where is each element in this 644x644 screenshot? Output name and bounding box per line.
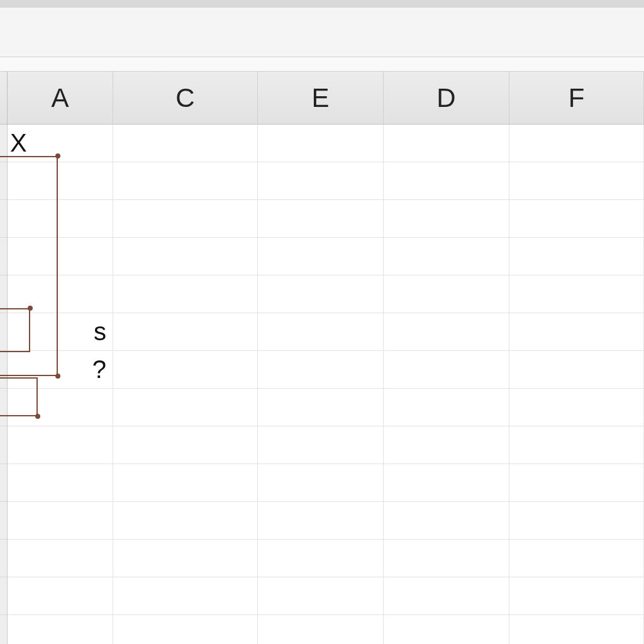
- cell-D7[interactable]: [384, 351, 509, 389]
- row-header[interactable]: [0, 577, 8, 615]
- cell-E6[interactable]: [258, 313, 384, 351]
- row-header[interactable]: [0, 125, 8, 162]
- cell-A2[interactable]: [8, 162, 113, 200]
- cell-A1-value: X: [10, 129, 27, 157]
- cell-C10[interactable]: [113, 464, 258, 502]
- column-header-F[interactable]: F: [509, 72, 644, 124]
- row-header[interactable]: [0, 275, 8, 313]
- row-header[interactable]: [0, 615, 8, 644]
- cell-D11[interactable]: [384, 502, 509, 540]
- cell-F2[interactable]: [509, 162, 644, 200]
- cell-A7[interactable]: ?: [8, 351, 113, 389]
- cell-F7[interactable]: [509, 351, 644, 389]
- cell-C2[interactable]: [113, 162, 258, 200]
- cell-D5[interactable]: [384, 275, 509, 313]
- cell-C3[interactable]: [113, 200, 258, 238]
- cell-D13[interactable]: [384, 577, 509, 615]
- cell-E14[interactable]: [258, 615, 384, 644]
- cell-C11[interactable]: [113, 502, 258, 540]
- spreadsheet-grid[interactable]: X s: [0, 125, 644, 644]
- cell-F11[interactable]: [509, 502, 644, 540]
- column-headers: A C E D F: [0, 72, 644, 125]
- cell-C6[interactable]: [113, 313, 258, 351]
- cell-E13[interactable]: [258, 577, 384, 615]
- cell-A9[interactable]: [8, 426, 113, 464]
- cell-E10[interactable]: [258, 464, 384, 502]
- row-header[interactable]: [0, 200, 8, 238]
- cell-E8[interactable]: [258, 389, 384, 426]
- cell-D2[interactable]: [384, 162, 509, 200]
- cell-E12[interactable]: [258, 540, 384, 577]
- cell-D1[interactable]: [384, 125, 509, 162]
- cell-F8[interactable]: [509, 389, 644, 426]
- cell-F13[interactable]: [509, 577, 644, 615]
- cell-C4[interactable]: [113, 238, 258, 275]
- cell-F12[interactable]: [509, 540, 644, 577]
- row-header[interactable]: [0, 502, 8, 540]
- cell-D4[interactable]: [384, 238, 509, 275]
- cell-F9[interactable]: [509, 426, 644, 464]
- column-header-E[interactable]: E: [258, 72, 384, 124]
- cell-E9[interactable]: [258, 426, 384, 464]
- cell-C13[interactable]: [113, 577, 258, 615]
- cell-A10[interactable]: [8, 464, 113, 502]
- cell-A4[interactable]: [8, 238, 113, 275]
- cell-A11[interactable]: [8, 502, 113, 540]
- window-chrome-top: [0, 0, 644, 8]
- cell-C1[interactable]: [113, 125, 258, 162]
- cell-A6[interactable]: s: [8, 313, 113, 351]
- row-header[interactable]: [0, 464, 8, 502]
- cell-E7[interactable]: [258, 351, 384, 389]
- cell-C5[interactable]: [113, 275, 258, 313]
- cell-A5[interactable]: [8, 275, 113, 313]
- cell-A1[interactable]: X: [8, 125, 113, 162]
- select-all-corner[interactable]: [0, 72, 8, 124]
- cell-A8[interactable]: [8, 389, 113, 426]
- cell-C12[interactable]: [113, 540, 258, 577]
- cell-E11[interactable]: [258, 502, 384, 540]
- cell-E5[interactable]: [258, 275, 384, 313]
- cell-F6[interactable]: [509, 313, 644, 351]
- row-header[interactable]: [0, 426, 8, 464]
- cell-E1[interactable]: [258, 125, 384, 162]
- cell-F10[interactable]: [509, 464, 644, 502]
- cell-D12[interactable]: [384, 540, 509, 577]
- cell-C14[interactable]: [113, 615, 258, 644]
- cell-E4[interactable]: [258, 238, 384, 275]
- divider-bar: [0, 57, 644, 72]
- cell-C8[interactable]: [113, 389, 258, 426]
- column-header-D[interactable]: D: [384, 72, 509, 124]
- cell-A13[interactable]: [8, 577, 113, 615]
- cell-C9[interactable]: [113, 426, 258, 464]
- row-header[interactable]: [0, 313, 8, 351]
- row-header[interactable]: [0, 351, 8, 389]
- cell-A3[interactable]: [8, 200, 113, 238]
- formula-bar-area: [0, 8, 644, 57]
- row-header[interactable]: [0, 162, 8, 200]
- column-header-C[interactable]: C: [113, 72, 258, 124]
- column-header-A[interactable]: A: [8, 72, 113, 124]
- row-header[interactable]: [0, 540, 8, 577]
- cell-D8[interactable]: [384, 389, 509, 426]
- cell-A12[interactable]: [8, 540, 113, 577]
- cell-F14[interactable]: [509, 615, 644, 644]
- cell-E3[interactable]: [258, 200, 384, 238]
- cell-A14[interactable]: [8, 615, 113, 644]
- cell-A7-value: ?: [92, 355, 106, 384]
- cell-D14[interactable]: [384, 615, 509, 644]
- cell-D10[interactable]: [384, 464, 509, 502]
- cell-D9[interactable]: [384, 426, 509, 464]
- cell-A6-value: s: [94, 318, 106, 346]
- cell-F3[interactable]: [509, 200, 644, 238]
- row-header[interactable]: [0, 389, 8, 426]
- cell-C7[interactable]: [113, 351, 258, 389]
- cell-F1[interactable]: [509, 125, 644, 162]
- row-header[interactable]: [0, 238, 8, 275]
- cell-D3[interactable]: [384, 200, 509, 238]
- cell-F4[interactable]: [509, 238, 644, 275]
- cell-D6[interactable]: [384, 313, 509, 351]
- cell-E2[interactable]: [258, 162, 384, 200]
- cell-F5[interactable]: [509, 275, 644, 313]
